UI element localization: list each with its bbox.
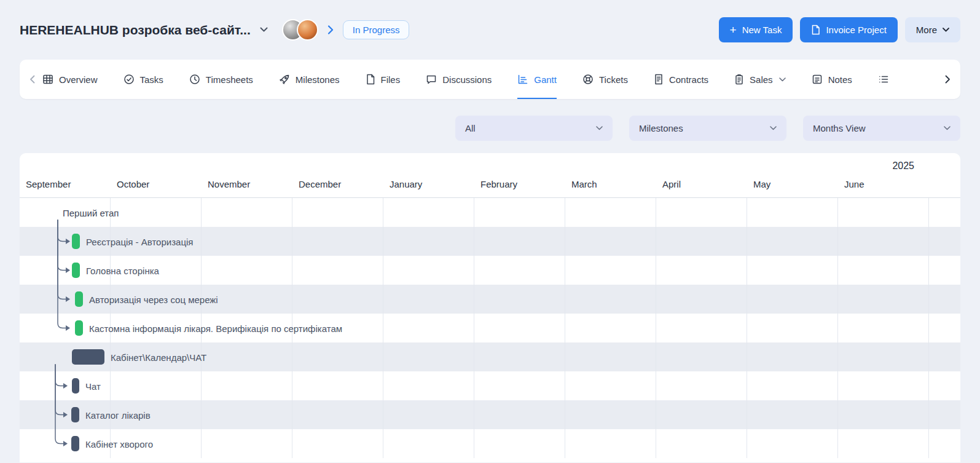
invoice-icon — [811, 25, 820, 35]
tabs-scroll-left-icon[interactable] — [29, 75, 35, 84]
tab-label: Overview — [59, 74, 98, 85]
more-button[interactable]: More — [905, 17, 960, 42]
gantt-row: Кабінет\Календар\ЧАТ — [20, 342, 960, 371]
grid-icon — [42, 74, 53, 85]
project-header: HEREHEALHUB розробка веб-сайт... In Prog… — [0, 0, 980, 60]
month-label: September — [20, 179, 111, 197]
gantt-month-header: SeptemberOctoberNovemberDecemberJanuaryF… — [20, 179, 960, 198]
filter-select-1[interactable]: Milestones — [629, 116, 786, 141]
plus-icon: + — [730, 24, 737, 36]
page-title: HEREHEALHUB розробка веб-сайт... — [20, 23, 251, 38]
task-label: Кабінет хворого — [85, 438, 153, 449]
tab-extra[interactable] — [878, 60, 889, 99]
tab-label: Milestones — [296, 74, 340, 85]
project-tabbar: OverviewTasksTimesheetsMilestonesFilesDi… — [20, 60, 960, 99]
month-label: November — [202, 179, 292, 197]
tab-timesheets[interactable]: Timesheets — [189, 60, 253, 99]
status-badge[interactable]: In Progress — [343, 20, 410, 39]
task-label: Чат — [85, 381, 101, 391]
filter-value: Months View — [813, 123, 866, 133]
tab-gantt[interactable]: Gantt — [517, 60, 557, 99]
chevron-down-icon — [779, 77, 786, 82]
task-bar[interactable] — [72, 263, 80, 278]
tab-overview[interactable]: Overview — [42, 60, 98, 99]
task-label: Кабінет\Календар\ЧАТ — [111, 352, 206, 362]
task-bar[interactable] — [75, 320, 83, 336]
tab-sales[interactable]: Sales — [734, 60, 786, 99]
tab-contracts[interactable]: Contracts — [654, 60, 708, 99]
chevron-down-icon — [944, 126, 951, 130]
gantt-row: Кабінет хворого — [20, 429, 960, 458]
gantt-row: Авторизація через соц мережі — [20, 285, 960, 314]
invoice-project-button[interactable]: Invoice Project — [800, 17, 897, 42]
month-label: December — [292, 179, 383, 197]
tab-label: Contracts — [669, 74, 708, 85]
chevron-down-icon — [596, 126, 603, 130]
avatar[interactable] — [297, 19, 318, 41]
tab-tasks[interactable]: Tasks — [123, 60, 163, 99]
task-bar[interactable] — [72, 234, 80, 249]
task-label: Кастомна інформація лікаря. Верифікація … — [89, 323, 342, 333]
tab-tickets[interactable]: Tickets — [582, 60, 628, 99]
gantt-row: Кастомна інформація лікаря. Верифікація … — [20, 314, 960, 342]
task-bar[interactable] — [72, 378, 79, 394]
contract-icon — [654, 74, 664, 85]
filter-value: All — [465, 123, 476, 133]
month-label: February — [474, 179, 565, 197]
gantt-row: Перший етап — [20, 198, 960, 227]
chat-icon — [426, 74, 437, 85]
expand-chevron-right-icon[interactable] — [327, 25, 334, 34]
tab-label: Discussions — [442, 74, 492, 85]
filter-select-2[interactable]: Months View — [803, 116, 960, 141]
gantt-row: Реєстрація - Авторизація — [20, 227, 960, 256]
tab-files[interactable]: Files — [366, 60, 401, 99]
tab-label: Timesheets — [206, 74, 253, 85]
task-bar[interactable] — [71, 407, 79, 422]
tabs-scroll-right-icon[interactable] — [945, 75, 951, 84]
list-icon — [878, 74, 889, 85]
filter-select-0[interactable]: All — [455, 116, 613, 141]
task-label: Перший етап — [63, 207, 119, 218]
task-label: Авторизація через соц мережі — [89, 294, 218, 304]
gantt-rows: Перший етапРеєстрація - АвторизаціяГолов… — [20, 198, 960, 458]
month-label: April — [656, 179, 747, 197]
task-label: Каталог лікарів — [85, 410, 151, 420]
gantt-row: Головна сторінка — [20, 256, 960, 285]
gantt-filterbar: AllMilestonesMonths View — [0, 99, 980, 153]
month-label: January — [383, 179, 474, 197]
sales-icon — [734, 74, 744, 85]
clock-icon — [189, 74, 200, 85]
month-label: March — [565, 179, 656, 197]
filter-value: Milestones — [639, 123, 683, 133]
new-task-button[interactable]: + New Task — [719, 17, 793, 42]
tab-discussions[interactable]: Discussions — [426, 60, 492, 99]
task-bar[interactable] — [71, 436, 79, 451]
gantt-icon — [517, 74, 528, 85]
tab-label: Files — [381, 74, 401, 85]
chevron-down-icon — [770, 126, 777, 130]
chevron-down-icon — [943, 28, 949, 32]
file-icon — [366, 74, 375, 85]
tab-milestones[interactable]: Milestones — [279, 60, 340, 99]
gantt-row: Чат — [20, 371, 960, 400]
gantt-year: 2025 — [20, 153, 960, 179]
gantt-chart: 2025 SeptemberOctoberNovemberDecemberJan… — [20, 153, 960, 462]
member-avatars[interactable] — [282, 19, 318, 41]
rocket-icon — [279, 74, 290, 85]
notes-icon — [812, 74, 823, 85]
ticket-icon — [582, 74, 594, 85]
title-chevron-down-icon[interactable] — [260, 27, 268, 33]
task-label: Реєстрація - Авторизація — [86, 236, 193, 247]
tab-label: Sales — [750, 74, 773, 85]
task-bar[interactable] — [75, 291, 83, 307]
tab-notes[interactable]: Notes — [812, 60, 852, 99]
tab-label: Notes — [828, 74, 852, 85]
tab-label: Tickets — [599, 74, 628, 85]
tab-label: Gantt — [534, 74, 557, 85]
task-label: Головна сторінка — [86, 265, 159, 275]
month-label: October — [111, 179, 202, 197]
task-bar[interactable] — [72, 349, 104, 365]
gantt-row: Каталог лікарів — [20, 400, 960, 429]
month-label: May — [747, 179, 838, 197]
month-label: June — [838, 179, 929, 197]
